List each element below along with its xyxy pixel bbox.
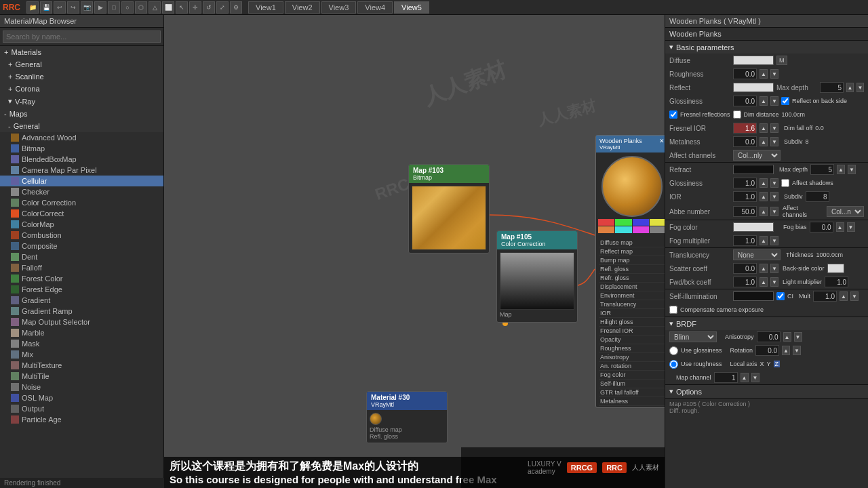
max-depth-up[interactable]: ▲ — [846, 83, 854, 92]
abbe-up[interactable]: ▲ — [760, 207, 768, 216]
brdf-type-dropdown[interactable]: Blinn — [669, 331, 717, 342]
list-item-particle-age[interactable]: Particle Age — [0, 414, 163, 425]
menu-item-roughness[interactable]: Roughness — [599, 344, 665, 353]
ior-up[interactable]: ▲ — [760, 192, 768, 201]
metalness-value[interactable] — [733, 136, 757, 147]
menu-item-ior[interactable]: IOR — [599, 309, 665, 318]
refract-gloss-up[interactable]: ▲ — [760, 178, 768, 188]
toolbar-icon-settings[interactable]: ⚙ — [230, 1, 242, 14]
fwd-bck-up[interactable]: ▲ — [760, 277, 768, 287]
self-illum-color[interactable] — [733, 291, 774, 301]
corona-subsection[interactable]: + Corona — [0, 83, 163, 95]
materials-section[interactable]: + Materials — [0, 46, 163, 58]
menu-item-hilight-gloss[interactable]: Hilight gloss — [599, 318, 665, 327]
list-item-forest-color[interactable]: Forest Color — [0, 273, 163, 284]
menu-item-fresnel-ior[interactable]: Fresnel IOR — [599, 327, 665, 336]
anisotropy-value[interactable] — [757, 331, 781, 342]
ior-down[interactable]: ▼ — [770, 192, 778, 201]
toolbar-icon-render[interactable]: ▶ — [94, 1, 106, 14]
list-item-combustion[interactable]: Combustion — [0, 230, 163, 241]
roughness-value[interactable] — [733, 68, 757, 79]
maps-section[interactable]: - Maps — [0, 108, 163, 120]
toolbar-icon-rotate[interactable]: ↺ — [203, 1, 215, 14]
menu-item-displacement[interactable]: Displacement — [599, 283, 665, 291]
list-item-output[interactable]: Output — [0, 403, 163, 414]
reflect-color[interactable] — [733, 83, 774, 92]
refract-gloss-down[interactable]: ▼ — [770, 178, 778, 188]
fwd-bck-value[interactable] — [733, 277, 757, 287]
rotation-value[interactable] — [755, 345, 779, 356]
map-channel-value[interactable] — [714, 372, 738, 383]
list-item-multi-tile[interactable]: MultiTile — [0, 371, 163, 382]
menu-item-fog-color[interactable]: Fog color — [599, 371, 665, 380]
menu-item-opacity[interactable]: Opacity — [599, 336, 665, 344]
metalness-down[interactable]: ▼ — [770, 137, 778, 146]
menu-item-reflect-map[interactable]: Reflect map — [599, 247, 665, 256]
list-item-checker[interactable]: Checker — [0, 186, 163, 197]
menu-item-gtr-tail[interactable]: GTR tail falloff — [599, 388, 665, 397]
list-item-color-correct[interactable]: ColorCorrect — [0, 208, 163, 219]
dim-distance-check[interactable] — [733, 110, 741, 119]
menu-item-an-rotation[interactable]: An. rotation — [599, 362, 665, 371]
affect-shadows-check[interactable] — [781, 179, 789, 187]
list-item-bitmap[interactable]: Bitmap — [0, 143, 163, 154]
compensate-check[interactable] — [669, 306, 677, 314]
list-item-osl-map[interactable]: OSL Map — [0, 392, 163, 403]
list-item-gradient[interactable]: Gradient — [0, 295, 163, 306]
list-item-color-map[interactable]: ColorMap — [0, 219, 163, 230]
list-item-noise[interactable]: Noise — [0, 382, 163, 392]
tab-view4[interactable]: View4 — [357, 1, 393, 14]
node-editor-canvas[interactable]: 人人素材 RRCG 人人素材 人人素材 Map #103 Bitmap — [164, 15, 665, 488]
fwd-bck-down[interactable]: ▼ — [770, 277, 778, 287]
menu-item-bump-map[interactable]: Bump map — [599, 256, 665, 265]
scatter-value[interactable] — [733, 263, 757, 274]
abbe-value[interactable] — [733, 206, 757, 217]
toolbar-icon-camera[interactable]: 📷 — [81, 1, 93, 14]
list-item-falloff[interactable]: Falloff — [0, 262, 163, 273]
menu-item-self-illum[interactable]: Self-illum — [599, 380, 665, 388]
scanline-subsection[interactable]: + Scanline — [0, 70, 163, 83]
use-roughness-radio[interactable] — [669, 360, 678, 369]
basic-params-header[interactable]: ▾ Basic parameters — [665, 41, 868, 54]
use-glossiness-radio[interactable] — [669, 346, 678, 355]
back-side-color[interactable] — [827, 264, 844, 273]
fresnel-reflections-check[interactable] — [669, 110, 677, 119]
refract-max-depth-value[interactable] — [810, 164, 834, 175]
list-item-marble[interactable]: Marble — [0, 327, 163, 338]
toolbar-icon-sphere[interactable]: ○ — [121, 1, 134, 14]
ci-check[interactable] — [776, 292, 785, 300]
maps-general-subsection[interactable]: - General — [0, 120, 163, 132]
roughness-down[interactable]: ▼ — [770, 69, 778, 79]
list-item-mask[interactable]: Mask — [0, 338, 163, 349]
list-item-map-output-selector[interactable]: Map Output Selector — [0, 317, 163, 327]
diffuse-m-btn[interactable]: M — [776, 56, 787, 65]
fog-multiplier-down[interactable]: ▼ — [770, 236, 778, 245]
toolbar-icon-redo[interactable]: ↪ — [67, 1, 79, 14]
fresnel-ior-value[interactable] — [733, 123, 757, 134]
ior-value[interactable] — [733, 191, 757, 202]
affect-channels-dropdown[interactable]: Col...nly — [733, 150, 781, 161]
metalness-up[interactable]: ▲ — [760, 137, 768, 146]
map-channel-up[interactable]: ▲ — [741, 373, 749, 382]
max-depth-down[interactable]: ▼ — [856, 83, 864, 92]
toolbar-icon-save[interactable]: 💾 — [40, 1, 52, 14]
toolbar-icon-plane[interactable]: ⬜ — [162, 1, 174, 14]
wooden-planks-close-icon[interactable]: ✕ — [659, 138, 665, 150]
menu-item-refr-gloss[interactable]: Refr. gloss — [599, 274, 665, 283]
scatter-down[interactable]: ▼ — [770, 264, 778, 273]
menu-item-metalness[interactable]: Metalness — [599, 397, 665, 406]
list-item-color-correction[interactable]: Color Correction — [0, 197, 163, 208]
toolbar-icon-move[interactable]: ✛ — [189, 1, 201, 14]
tab-view2[interactable]: View2 — [285, 1, 320, 14]
toolbar-icon-scale[interactable]: ⤢ — [216, 1, 229, 14]
tab-view3[interactable]: View3 — [321, 1, 357, 14]
list-item-composite[interactable]: Composite — [0, 241, 163, 251]
refract-color[interactable] — [733, 165, 774, 174]
refract-max-depth-down[interactable]: ▼ — [848, 165, 856, 174]
abbe-affect-dropdown[interactable]: Col...nly — [827, 206, 864, 217]
fog-bias-value[interactable] — [810, 222, 833, 232]
fog-bias-down[interactable]: ▼ — [847, 222, 855, 232]
general-subsection[interactable]: + General — [0, 58, 163, 70]
menu-item-refl-gloss[interactable]: Refl. gloss — [599, 265, 665, 274]
ior-subdiv-value[interactable] — [806, 191, 829, 202]
